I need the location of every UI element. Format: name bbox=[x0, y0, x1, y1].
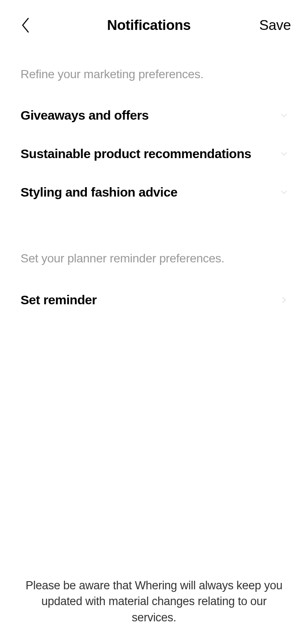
chevron-down-icon bbox=[281, 150, 287, 157]
preference-label: Giveaways and offers bbox=[21, 108, 148, 123]
planner-section-header: Set your planner reminder preferences. bbox=[21, 252, 287, 265]
chevron-down-icon bbox=[281, 112, 287, 119]
set-reminder-row[interactable]: Set reminder bbox=[21, 281, 287, 319]
chevron-right-icon bbox=[281, 297, 287, 303]
set-reminder-label: Set reminder bbox=[21, 293, 97, 307]
preference-styling-fashion[interactable]: Styling and fashion advice bbox=[21, 173, 287, 212]
save-button[interactable]: Save bbox=[259, 17, 291, 33]
content: Refine your marketing preferences. Givea… bbox=[0, 48, 308, 578]
preference-label: Sustainable product recommendations bbox=[21, 147, 251, 161]
footer-notice: Please be aware that Whering will always… bbox=[21, 578, 287, 626]
preference-label: Styling and fashion advice bbox=[21, 185, 178, 200]
footer: Please be aware that Whering will always… bbox=[0, 578, 308, 644]
preference-sustainable-recommendations[interactable]: Sustainable product recommendations bbox=[21, 135, 287, 173]
chevron-left-icon bbox=[21, 17, 30, 34]
page-title: Notifications bbox=[107, 17, 191, 33]
chevron-down-icon bbox=[281, 189, 287, 196]
marketing-section-header: Refine your marketing preferences. bbox=[21, 68, 287, 81]
back-button[interactable] bbox=[21, 17, 38, 34]
header: Notifications Save bbox=[0, 0, 308, 48]
preference-giveaways-offers[interactable]: Giveaways and offers bbox=[21, 96, 287, 135]
